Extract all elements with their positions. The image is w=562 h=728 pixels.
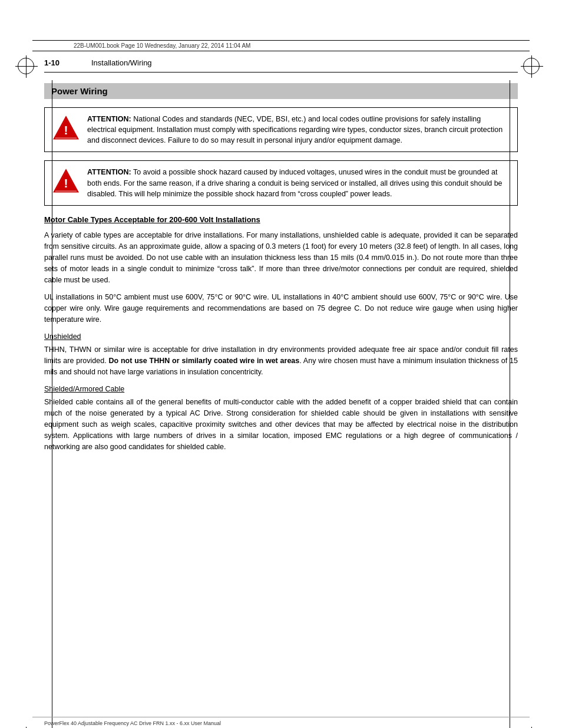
main-content: 1-10 Installation/Wiring Power Wiring ! …: [32, 51, 530, 453]
page-footer: PowerFlex 40 Adjustable Frequency AC Dri…: [32, 717, 530, 728]
section-name: Installation/Wiring: [91, 58, 152, 67]
page: 22B-UM001.book Page 10 Wednesday, Januar…: [0, 40, 562, 728]
attention-icon-2: !: [53, 168, 79, 196]
corner-mark-tl: [18, 58, 39, 79]
unshielded-bold: Do not use THHN or similarly coated wire…: [108, 357, 299, 365]
power-wiring-title: Power Wiring: [51, 86, 511, 96]
motor-cable-intro: A variety of cable types are acceptable …: [44, 230, 518, 286]
attention-label-1: ATTENTION:: [87, 115, 131, 123]
power-wiring-heading-box: Power Wiring: [44, 83, 518, 99]
page-number: 1-10: [44, 58, 74, 67]
attention-icon-1: !: [53, 115, 79, 143]
attention-label-2: ATTENTION:: [87, 168, 131, 176]
section-header: 1-10 Installation/Wiring: [44, 51, 518, 73]
shielded-label: Shielded/Armored Cable: [44, 385, 518, 393]
svg-text:!: !: [64, 177, 68, 190]
book-info: 22B-UM001.book Page 10 Wednesday, Januar…: [74, 42, 250, 49]
right-border-line: [510, 80, 510, 728]
attention-block-2: ! ATTENTION: To avoid a possible shock h…: [44, 160, 518, 205]
attention-text-2: ATTENTION: To avoid a possible shock haz…: [87, 167, 509, 199]
shielded-paragraph: Shielded cable contains all of the gener…: [44, 397, 518, 453]
corner-mark-tr: [523, 58, 544, 79]
motor-cable-heading: Motor Cable Types Acceptable for 200-600…: [44, 215, 518, 224]
footer-text: PowerFlex 40 Adjustable Frequency AC Dri…: [44, 720, 518, 728]
motor-cable-ul: UL installations in 50°C ambient must us…: [44, 292, 518, 325]
unshielded-label: Unshielded: [44, 332, 518, 341]
attention-text-1: ATTENTION: National Codes and standards …: [87, 114, 509, 146]
unshielded-paragraph: THHN, THWN or similar wire is acceptable…: [44, 344, 518, 378]
attention-block-1: ! ATTENTION: National Codes and standard…: [44, 107, 518, 152]
attention-body-1: National Codes and standards (NEC, VDE, …: [87, 115, 503, 144]
left-border-line: [52, 80, 52, 728]
top-header: 22B-UM001.book Page 10 Wednesday, Januar…: [32, 40, 530, 51]
attention-body-2: To avoid a possible shock hazard caused …: [87, 168, 503, 197]
svg-text:!: !: [64, 123, 68, 137]
footer-line1: PowerFlex 40 Adjustable Frequency AC Dri…: [44, 720, 518, 728]
